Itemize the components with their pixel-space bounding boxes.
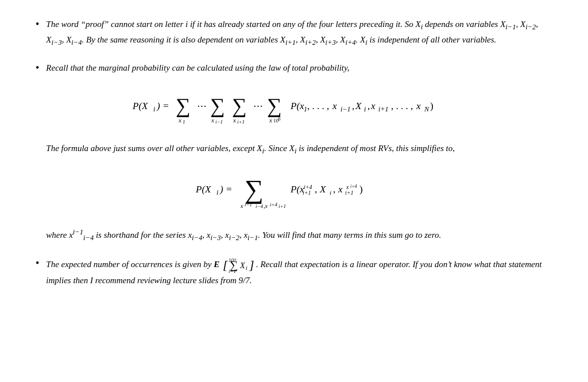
svg-text:x: x — [332, 101, 337, 111]
svg-text:x: x — [211, 117, 214, 124]
bullet3-content: The expected number of occurrences is gi… — [46, 256, 552, 287]
svg-text:P(X: P(X — [132, 101, 148, 111]
svg-text:10: 10 — [229, 257, 234, 263]
svg-text:X: X — [319, 184, 326, 195]
expectation-formula: [ ∑ i=1 10 6 X i ] — [222, 256, 256, 273]
svg-text:1: 1 — [183, 119, 185, 125]
svg-text:i+1: i+1 — [237, 119, 245, 125]
bullet3-text: The expected number of occurrences is gi… — [46, 260, 541, 285]
svg-text:i: i — [216, 188, 218, 196]
svg-text:i: i — [153, 105, 155, 113]
svg-text:i+1: i+1 — [303, 190, 311, 196]
svg-text:∑: ∑ — [267, 94, 282, 117]
svg-text:P(x: P(x — [290, 101, 304, 111]
bullet-list: • The word “proof” cannot start on lette… — [36, 17, 552, 287]
bullet2-intro: Recall that the marginal probability can… — [46, 63, 349, 72]
svg-text:x: x — [370, 101, 376, 111]
svg-text:x: x — [338, 184, 343, 195]
svg-text:∑: ∑ — [210, 94, 225, 117]
svg-text:i−1: i−1 — [341, 105, 350, 113]
list-item-2: • Recall that the marginal probability c… — [36, 61, 552, 244]
svg-text:i: i — [364, 105, 366, 113]
svg-text:]: ] — [249, 257, 254, 272]
svg-text:x: x — [178, 117, 181, 124]
svg-text:,x: ,x — [264, 203, 268, 209]
svg-text:x: x — [233, 117, 236, 124]
svg-text:i−1: i−1 — [215, 119, 223, 125]
svg-text:i−1: i−1 — [245, 202, 252, 207]
bullet-icon-3: • — [36, 257, 39, 269]
svg-text:) =: ) = — [219, 184, 232, 195]
svg-text:∑: ∑ — [232, 94, 247, 117]
svg-text:[: [ — [223, 257, 229, 272]
svg-text:i=1: i=1 — [229, 268, 236, 273]
bullet-icon-1: • — [36, 18, 39, 30]
svg-text:x: x — [240, 203, 243, 209]
svg-text:i+1: i+1 — [345, 190, 354, 196]
svg-text:⋯: ⋯ — [253, 101, 263, 111]
svg-text:X: X — [355, 101, 362, 111]
svg-text:6: 6 — [278, 116, 281, 122]
svg-text:i: i — [330, 189, 331, 196]
svg-text:i+1: i+1 — [378, 105, 388, 113]
svg-text:,: , — [333, 184, 335, 195]
svg-text:N: N — [424, 105, 430, 113]
svg-text:i+4: i+4 — [270, 202, 278, 207]
svg-text:x: x — [269, 117, 272, 124]
svg-text:,: , — [315, 184, 317, 195]
svg-text:,: , — [368, 101, 370, 111]
svg-text:x: x — [416, 101, 421, 111]
svg-text:i+4: i+4 — [350, 184, 357, 189]
svg-text:i−4: i−4 — [256, 203, 264, 209]
svg-text:, . . . ,: , . . . , — [391, 101, 413, 111]
formula2-svg: P(X i ) = ∑ x i−1 i−4 ,x i+4 i+1 P(x — [179, 165, 420, 217]
svg-text:P(X: P(X — [195, 184, 211, 195]
svg-text:): ) — [359, 184, 363, 195]
svg-text:,: , — [352, 101, 354, 111]
svg-text:∑: ∑ — [245, 175, 264, 204]
formula2: P(X i ) = ∑ x i−1 i−4 ,x i+4 i+1 P(x — [46, 165, 552, 221]
bullet2-after-formula1: The formula above just sums over all oth… — [46, 141, 552, 157]
svg-text:, . . . ,: , . . . , — [307, 101, 329, 111]
list-item-3: • The expected number of occurrences is … — [36, 256, 552, 287]
svg-text:i+1: i+1 — [278, 203, 286, 209]
svg-text:) =: ) = — [156, 101, 169, 111]
svg-text:X: X — [239, 261, 245, 270]
bullet2-after-formula2: where xi−1i−4 is shorthand for the serie… — [46, 226, 552, 244]
list-item-1: • The word “proof” cannot start on lette… — [36, 17, 552, 48]
svg-text:⋯: ⋯ — [197, 101, 207, 111]
svg-text:): ) — [430, 101, 434, 111]
svg-text:∑: ∑ — [176, 94, 191, 117]
bullet1-text: The word “proof” cannot start on letter … — [46, 20, 538, 44]
svg-text:i: i — [246, 265, 247, 271]
svg-text:6: 6 — [234, 257, 237, 262]
bullet2-content: Recall that the marginal probability can… — [46, 61, 552, 244]
bullet-icon-2: • — [36, 62, 39, 74]
formula1-svg: P(X i ) = ∑ ⋯ ∑ ∑ ⋯ ∑ — [127, 85, 471, 131]
bullet1-content: The word “proof” cannot start on letter … — [46, 17, 552, 48]
formula1: P(X i ) = ∑ ⋯ ∑ ∑ ⋯ ∑ — [46, 85, 552, 136]
main-content: • The word “proof” cannot start on lette… — [36, 17, 552, 287]
